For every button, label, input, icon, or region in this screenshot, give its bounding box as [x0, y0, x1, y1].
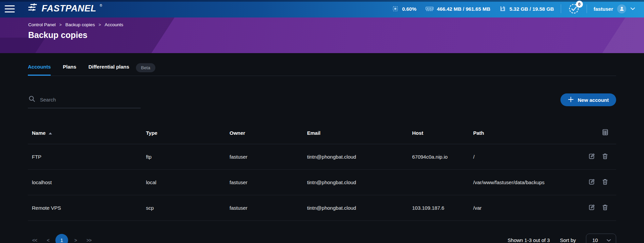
- last-page-button[interactable]: >>: [82, 238, 96, 243]
- cell-host: [408, 170, 469, 195]
- cell-email: tintn@phongbat.cloud: [303, 144, 408, 170]
- logo-text: FASTPANEL: [42, 2, 96, 14]
- cell-host: 67094c0a.nip.io: [408, 144, 469, 170]
- accounts-table: Name Type Owner Email Host Path: [28, 122, 616, 221]
- cell-email: tintn@phongbat.cloud: [303, 195, 408, 221]
- equalizer-icon: [25, 2, 38, 15]
- cell-actions: [580, 195, 616, 221]
- edit-icon[interactable]: [588, 178, 595, 186]
- tab-accounts[interactable]: Accounts: [28, 64, 51, 76]
- main-content: Accounts Plans Differential plans Beta N…: [0, 63, 644, 243]
- next-page-button[interactable]: >: [69, 238, 82, 243]
- cell-name: Remote VPS: [28, 195, 142, 221]
- registered-mark: ®: [100, 4, 102, 7]
- pagination: << < 1 > >> Shown 1-3 out of 3 Sort by 1…: [28, 234, 616, 243]
- search-input[interactable]: [40, 97, 140, 103]
- cell-type: local: [142, 170, 226, 195]
- tab-plans[interactable]: Plans: [63, 64, 76, 76]
- breadcrumb-accounts: Accounts: [105, 22, 123, 27]
- breadcrumb: Control Panel > Backup copies > Accounts: [28, 22, 644, 27]
- pagination-right: Shown 1-3 out of 3 Sort by 10: [508, 234, 616, 243]
- chevron-down-icon: [630, 6, 635, 12]
- avatar: [617, 4, 626, 13]
- page-header-banner: Control Panel > Backup copies > Accounts…: [0, 17, 644, 53]
- cpu-usage-value: 0.60%: [402, 6, 416, 12]
- cpu-icon: [392, 5, 399, 12]
- cell-actions: [580, 170, 616, 195]
- previous-page-button[interactable]: <: [41, 238, 55, 243]
- disk-usage-stat: 5.32 GB / 19.58 GB: [499, 5, 554, 12]
- cell-owner: fastuser: [226, 195, 303, 221]
- sort-ascending-icon: [49, 132, 52, 134]
- cell-actions: [580, 144, 616, 170]
- per-page-value: 10: [592, 237, 598, 243]
- cell-type: ftp: [142, 144, 226, 170]
- beta-badge: Beta: [136, 63, 155, 72]
- search-box: [28, 93, 141, 108]
- breadcrumb-separator: >: [59, 23, 62, 27]
- delete-icon[interactable]: [601, 153, 609, 160]
- search-icon: [29, 95, 36, 104]
- first-page-button[interactable]: <<: [28, 238, 41, 243]
- page-title: Backup copies: [28, 30, 644, 40]
- cell-path: /var/www/fastuser/data/backups: [469, 170, 580, 195]
- current-page-button[interactable]: 1: [55, 234, 68, 243]
- ram-usage-stat: 466.42 MB / 961.65 MB: [425, 5, 490, 12]
- delete-icon[interactable]: [601, 178, 609, 186]
- table-row: localhost local fastuser tintn@phongbat.…: [28, 170, 616, 195]
- topbar: FASTPANEL ® 0.60%: [0, 0, 644, 17]
- chevron-down-icon: [606, 237, 611, 243]
- cpu-usage-stat: 0.60%: [392, 5, 416, 12]
- edit-icon[interactable]: [588, 204, 595, 211]
- disk-usage-value: 5.32 GB / 19.58 GB: [509, 6, 554, 12]
- topbar-right: 0.60% 466.42 MB / 961.65 MB: [383, 3, 644, 15]
- ram-usage-value: 466.42 MB / 961.65 MB: [437, 6, 490, 12]
- per-page-select[interactable]: 10: [586, 234, 616, 243]
- task-clock-icon: [568, 10, 580, 16]
- disk-icon: [499, 5, 506, 12]
- notifications-count-badge: 0: [576, 1, 583, 8]
- cell-owner: fastuser: [226, 144, 303, 170]
- shown-summary: Shown 1-3 out of 3: [508, 237, 550, 243]
- sort-by-label: Sort by: [560, 237, 576, 243]
- tab-differential-plans[interactable]: Differential plans: [88, 64, 129, 76]
- toolbar: New account: [28, 93, 616, 108]
- tabs: Accounts Plans Differential plans Beta: [28, 63, 616, 76]
- cell-host: 103.109.187.6: [408, 195, 469, 221]
- column-settings-button[interactable]: [580, 122, 616, 144]
- breadcrumb-separator: >: [99, 23, 101, 27]
- cell-email: tintn@phongbat.cloud: [303, 170, 408, 195]
- notifications-button[interactable]: 0: [568, 3, 580, 15]
- cell-path: /: [469, 144, 580, 170]
- plus-icon: [568, 96, 574, 104]
- new-account-button[interactable]: New account: [560, 93, 616, 106]
- column-header-type[interactable]: Type: [142, 122, 226, 144]
- topbar-divider: [561, 4, 561, 13]
- cell-name: FTP: [28, 144, 142, 170]
- column-header-name[interactable]: Name: [28, 122, 142, 144]
- username: fastuser: [594, 6, 613, 12]
- delete-icon[interactable]: [601, 204, 609, 211]
- table-header-row: Name Type Owner Email Host Path: [28, 122, 616, 144]
- breadcrumb-backup-copies[interactable]: Backup copies: [65, 22, 95, 27]
- pager-controls: << < 1 > >>: [28, 234, 96, 243]
- cell-path: /var: [469, 195, 580, 221]
- topbar-divider: [587, 4, 587, 13]
- breadcrumb-control-panel[interactable]: Control Panel: [28, 22, 56, 27]
- table-row: Remote VPS scp fastuser tintn@phongbat.c…: [28, 195, 616, 221]
- user-menu[interactable]: fastuser: [594, 4, 635, 13]
- column-header-owner[interactable]: Owner: [226, 122, 303, 144]
- edit-icon[interactable]: [588, 153, 595, 160]
- cell-name: localhost: [28, 170, 142, 195]
- ram-icon: [425, 5, 434, 12]
- cell-type: scp: [142, 195, 226, 221]
- column-header-email[interactable]: Email: [303, 122, 408, 144]
- column-header-host[interactable]: Host: [408, 122, 469, 144]
- hamburger-menu-icon[interactable]: [0, 0, 19, 17]
- new-account-label: New account: [578, 97, 609, 103]
- cell-owner: fastuser: [226, 170, 303, 195]
- table-row: FTP ftp fastuser tintn@phongbat.cloud 67…: [28, 144, 616, 170]
- column-header-path[interactable]: Path: [469, 122, 580, 144]
- fastpanel-logo[interactable]: FASTPANEL ®: [25, 2, 102, 15]
- table-columns-icon: [602, 129, 609, 136]
